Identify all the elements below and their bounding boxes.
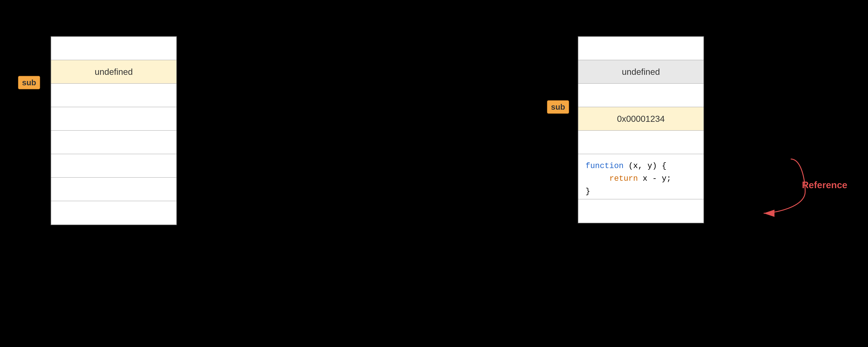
diagram-container: sub undefined sub	[0, 0, 868, 347]
table-row	[51, 154, 176, 178]
cell-text-address: 0x00001234	[617, 114, 665, 124]
table-row	[51, 131, 176, 154]
sub-badge-right: sub	[547, 100, 569, 114]
sub-badge-left: sub	[18, 76, 40, 89]
table-row: 0x00001234	[578, 107, 704, 131]
table-row	[578, 131, 704, 154]
code-line-3: }	[586, 185, 671, 198]
table-row-code: function (x, y) { return x - y; }	[578, 154, 704, 199]
table-row	[51, 201, 176, 225]
table-row	[578, 199, 704, 223]
code-line-1: function (x, y) {	[586, 160, 671, 172]
kw-return: return	[609, 174, 638, 183]
table-row	[578, 37, 704, 60]
table-row: undefined	[51, 60, 176, 84]
table-row	[51, 37, 176, 60]
code-params: (x, y) {	[628, 162, 666, 170]
table-row: undefined	[578, 60, 704, 84]
cell-text-undefined-right: undefined	[622, 67, 660, 77]
kw-function: function	[586, 162, 624, 170]
reference-arrow	[701, 145, 812, 235]
memory-table-right: undefined 0x00001234 function (x, y) { r…	[578, 36, 704, 223]
table-row	[51, 178, 176, 201]
code-body: x - y;	[643, 174, 671, 183]
table-row	[51, 84, 176, 107]
table-row	[578, 84, 704, 107]
code-line-2: return x - y;	[586, 172, 671, 185]
code-block: function (x, y) { return x - y; }	[586, 160, 671, 198]
cell-text-undefined-left: undefined	[95, 67, 133, 77]
table-row	[51, 107, 176, 131]
memory-table-left: undefined	[51, 36, 177, 225]
